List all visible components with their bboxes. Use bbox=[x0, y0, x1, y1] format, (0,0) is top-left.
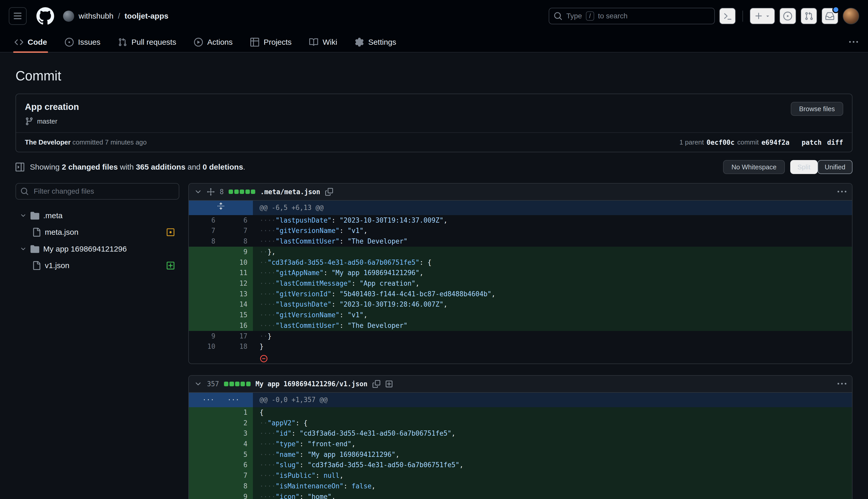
new-line-number[interactable]: 16 bbox=[221, 320, 253, 331]
tab-code[interactable]: Code bbox=[9, 32, 52, 52]
expand-hunk-button[interactable] bbox=[217, 202, 225, 210]
tab-issues[interactable]: Issues bbox=[59, 32, 106, 52]
tab-projects[interactable]: Projects bbox=[245, 32, 297, 52]
old-line-number[interactable] bbox=[189, 310, 221, 320]
parent-sha-link[interactable]: 0ecf00c bbox=[706, 138, 734, 146]
old-line-number[interactable] bbox=[189, 491, 221, 499]
new-line-number[interactable]: 1 bbox=[221, 407, 253, 418]
new-line-number[interactable]: 6 bbox=[221, 215, 253, 226]
old-line-number[interactable] bbox=[189, 418, 221, 428]
old-line-number[interactable] bbox=[189, 407, 221, 418]
tab-settings[interactable]: Settings bbox=[350, 32, 402, 52]
nav-overflow-button[interactable] bbox=[845, 33, 863, 51]
old-line-number[interactable] bbox=[189, 320, 221, 331]
pull-requests-header-button[interactable] bbox=[801, 8, 817, 24]
old-line-number[interactable]: 8 bbox=[189, 236, 221, 247]
old-line-number[interactable]: 6 bbox=[189, 215, 221, 226]
new-line-number[interactable]: 11 bbox=[221, 268, 253, 278]
issues-header-button[interactable] bbox=[779, 8, 796, 24]
diff-line: 7 ····"isPublic": null, bbox=[189, 470, 852, 481]
old-line-number[interactable] bbox=[189, 247, 221, 257]
new-line-number[interactable]: 18 bbox=[221, 341, 253, 352]
diff-file-path[interactable]: .meta/meta.json bbox=[260, 188, 320, 196]
old-line-number[interactable] bbox=[189, 268, 221, 278]
tab-wiki[interactable]: Wiki bbox=[304, 32, 343, 52]
unified-view-button[interactable]: Unified bbox=[818, 160, 853, 174]
commit-sha-link[interactable]: e694f2a bbox=[762, 138, 790, 146]
patch-link[interactable]: patch bbox=[802, 138, 821, 146]
old-line-number[interactable]: 9 bbox=[189, 331, 221, 342]
search-input[interactable]: Type / to search bbox=[549, 8, 715, 24]
new-line-number[interactable]: 6 bbox=[221, 460, 253, 470]
create-new-button[interactable] bbox=[750, 8, 775, 24]
tab-pull-requests[interactable]: Pull requests bbox=[113, 32, 182, 52]
drag-icon[interactable] bbox=[207, 188, 215, 196]
commit-author[interactable]: The Developer bbox=[25, 138, 71, 146]
file-tree-toggle-button[interactable] bbox=[15, 163, 24, 171]
new-line-number[interactable]: 17 bbox=[221, 331, 253, 342]
user-avatar[interactable] bbox=[843, 8, 859, 24]
command-palette-button[interactable] bbox=[719, 8, 736, 24]
old-line-number[interactable]: 7 bbox=[189, 226, 221, 236]
tree-folder-meta[interactable]: .meta bbox=[15, 207, 179, 224]
commit-sha-group: 1 parent 0ecf00c commit e694f2a bbox=[679, 138, 790, 146]
old-line-number[interactable] bbox=[189, 289, 221, 300]
old-line-number[interactable]: 10 bbox=[189, 341, 221, 352]
github-logo[interactable] bbox=[36, 7, 54, 25]
new-line-number[interactable]: 9 bbox=[221, 247, 253, 257]
new-line-number[interactable]: 14 bbox=[221, 299, 253, 310]
file-name: v1.json bbox=[45, 261, 70, 270]
file-filter-input[interactable] bbox=[33, 187, 174, 196]
old-line-number[interactable] bbox=[189, 481, 221, 491]
new-line-number[interactable]: 13 bbox=[221, 289, 253, 300]
new-line-number[interactable]: 2 bbox=[221, 418, 253, 428]
split-view-button[interactable]: Split bbox=[790, 160, 817, 174]
tree-folder-my-app[interactable]: My app 1698694121296 bbox=[15, 241, 179, 257]
breadcrumb-owner[interactable]: withshubh bbox=[78, 12, 113, 21]
diff-file-path[interactable]: My app 1698694121296/v1.json bbox=[255, 380, 367, 388]
hamburger-button[interactable] bbox=[9, 7, 27, 25]
new-line-number[interactable]: 10 bbox=[221, 257, 253, 268]
old-line-number[interactable] bbox=[189, 439, 221, 449]
tab-actions[interactable]: Actions bbox=[188, 32, 238, 52]
old-line-number[interactable] bbox=[189, 470, 221, 481]
new-line-number[interactable] bbox=[221, 352, 253, 364]
tree-file-v1-json[interactable]: v1.json bbox=[15, 257, 179, 274]
owner-avatar[interactable] bbox=[63, 11, 74, 22]
search-placeholder-suffix: to search bbox=[598, 12, 628, 20]
new-line-number[interactable]: 3 bbox=[221, 428, 253, 439]
old-line-number[interactable] bbox=[189, 257, 221, 268]
breadcrumb-repo[interactable]: tooljet-apps bbox=[125, 12, 168, 21]
browse-files-button[interactable]: Browse files bbox=[791, 102, 843, 116]
chevron-down-icon[interactable] bbox=[20, 212, 27, 219]
tree-file-meta-json[interactable]: meta.json bbox=[15, 224, 179, 241]
branch-name[interactable]: master bbox=[37, 118, 57, 125]
collapse-file-button[interactable] bbox=[194, 188, 202, 196]
old-line-number[interactable] bbox=[189, 460, 221, 470]
folder-icon bbox=[30, 211, 39, 220]
old-line-number[interactable] bbox=[189, 449, 221, 460]
new-line-number[interactable]: 15 bbox=[221, 310, 253, 320]
new-line-number[interactable]: 9 bbox=[221, 491, 253, 499]
collapse-file-button[interactable] bbox=[194, 380, 202, 388]
new-line-number[interactable]: 4 bbox=[221, 439, 253, 449]
file-options-button[interactable] bbox=[838, 187, 846, 196]
old-line-number[interactable] bbox=[189, 299, 221, 310]
file-options-button[interactable] bbox=[838, 379, 846, 388]
old-line-number[interactable] bbox=[189, 428, 221, 439]
code-text: ····"id": "cd3f3a6d-3d55-4e31-ad50-6a7b0… bbox=[260, 429, 455, 437]
copy-icon[interactable] bbox=[325, 188, 333, 196]
old-line-number[interactable] bbox=[189, 352, 221, 364]
new-line-number[interactable]: 8 bbox=[221, 236, 253, 247]
old-line-number[interactable] bbox=[189, 278, 221, 289]
chevron-down-icon[interactable] bbox=[20, 246, 27, 252]
new-line-number[interactable]: 12 bbox=[221, 278, 253, 289]
diffstat-count: 8 bbox=[220, 188, 224, 196]
copy-icon[interactable] bbox=[373, 380, 380, 388]
whitespace-toggle-button[interactable]: No Whitespace bbox=[723, 160, 784, 174]
diff-link[interactable]: diff bbox=[827, 138, 843, 146]
new-line-number[interactable]: 5 bbox=[221, 449, 253, 460]
new-line-number[interactable]: 7 bbox=[221, 226, 253, 236]
new-line-number[interactable]: 8 bbox=[221, 481, 253, 491]
new-line-number[interactable]: 7 bbox=[221, 470, 253, 481]
